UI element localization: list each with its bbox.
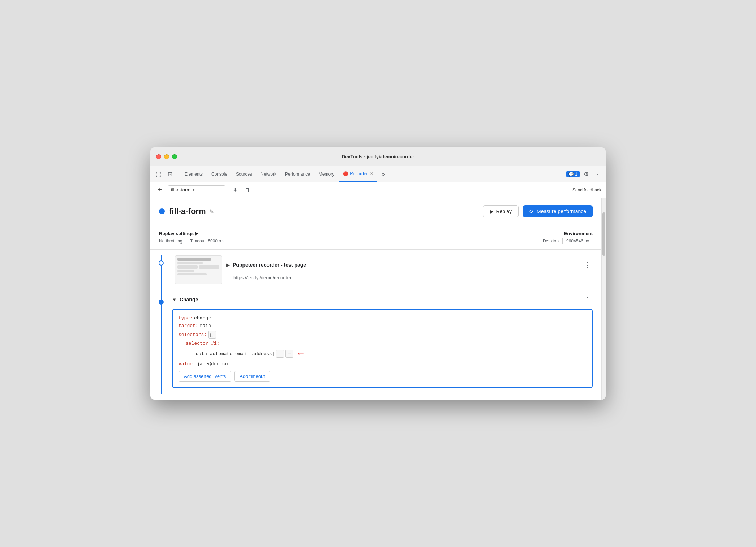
code-type-key: type: [179, 315, 193, 321]
recording-selector[interactable]: fill-a-form ▾ [168, 185, 225, 194]
tab-bar-left: ⬚ ⊡ Elements Console Sources Network Per… [153, 166, 388, 182]
env-size-label: 960×546 px [562, 238, 593, 244]
tab-elements[interactable]: Elements [181, 166, 206, 182]
thumb-line-2 [177, 262, 203, 264]
tab-memory[interactable]: Memory [315, 166, 338, 182]
tab-recorder[interactable]: 🔴 Recorder ✕ [339, 166, 377, 182]
step-navigate: ▶ Puppeteer recorder - test page ⋮ https… [172, 255, 593, 284]
chat-badge[interactable]: 💬 1 [566, 171, 580, 177]
code-selector1-val-line: [data-automate=email-address] + − ← [179, 348, 586, 359]
code-selector1-line: selector #1: [179, 341, 586, 346]
thumbnail-mockup [175, 256, 222, 284]
chat-icon: 💬 [568, 172, 574, 177]
timeout-label: Timeout: 5000 ms [186, 238, 228, 244]
add-selector-button[interactable]: + [276, 350, 284, 358]
steps-content: ▶ Puppeteer recorder - test page ⋮ https… [172, 255, 601, 394]
thumb-line-pair [177, 265, 219, 269]
add-asserted-events-button[interactable]: Add assertedEvents [179, 371, 231, 382]
thumb-line-4 [177, 273, 207, 275]
measure-performance-button[interactable]: ⟳ Measure performance [523, 205, 593, 217]
environment-title: Environment [543, 231, 593, 236]
more-tabs-button[interactable]: » [378, 169, 388, 179]
step-change-header: ▼ Change ⋮ [172, 290, 593, 309]
thumb-line-3 [177, 270, 194, 272]
env-values: Desktop 960×546 px [543, 238, 593, 244]
tab-bar-right: 💬 1 ⚙ ⋮ [566, 169, 603, 179]
titlebar: DevTools - jec.fyi/demo/recorder [150, 147, 606, 166]
scrollbar-thumb[interactable] [602, 212, 605, 256]
tab-bar: ⬚ ⊡ Elements Console Sources Network Per… [150, 166, 606, 182]
code-selector1-val: [data-automate=email-address] [193, 351, 275, 357]
tab-divider [178, 171, 178, 178]
recording-status-dot [159, 208, 165, 214]
header-actions: ▶ Replay ⟳ Measure performance [483, 205, 593, 217]
code-selector1-key: selector #1: [186, 341, 220, 346]
add-timeout-button[interactable]: Add timeout [234, 371, 270, 382]
no-throttling-label: No throttling [159, 238, 186, 244]
replay-button[interactable]: ▶ Replay [483, 205, 519, 217]
add-recording-button[interactable]: + [155, 185, 165, 195]
download-recording-button[interactable]: ⬇ [230, 185, 240, 195]
settings-section: Replay settings ▶ No throttling Timeout:… [150, 225, 601, 250]
code-selectors-line: selectors: ⬚ [179, 331, 586, 339]
recording-name-label: fill-a-form [169, 207, 206, 216]
expand-step1-icon[interactable]: ▶ [226, 262, 230, 268]
cursor-icon[interactable]: ⬚ [153, 169, 163, 179]
recorder-toolbar: + fill-a-form ▾ ⬇ 🗑 Send feedback [150, 182, 606, 198]
fullscreen-button[interactable] [172, 154, 177, 159]
play-icon: ▶ [490, 208, 494, 214]
code-block: type: change target: main selectors: ⬚ [172, 309, 593, 388]
code-target-line: target: main [179, 323, 586, 328]
step2-title: Change [180, 297, 198, 302]
devtools-window: DevTools - jec.fyi/demo/recorder ⬚ ⊡ Ele… [150, 147, 606, 400]
timeline-dot-1 [159, 260, 164, 266]
tab-sources[interactable]: Sources [232, 166, 255, 182]
expand-step2-icon[interactable]: ▼ [172, 297, 177, 302]
timeline-dot-2 [159, 300, 164, 305]
replay-settings-title: Replay settings ▶ [159, 231, 543, 236]
step-change: ▼ Change ⋮ type: change [172, 290, 593, 388]
send-feedback-link[interactable]: Send feedback [572, 188, 601, 193]
devtools-body: ⬚ ⊡ Elements Console Sources Network Per… [150, 166, 606, 400]
close-recorder-tab[interactable]: ✕ [370, 171, 373, 176]
action-buttons: Add assertedEvents Add timeout [179, 371, 586, 382]
tab-performance[interactable]: Performance [282, 166, 314, 182]
expand-settings-arrow[interactable]: ▶ [195, 231, 198, 236]
scroll-area: fill-a-form ✎ ▶ Replay ⟳ Measure perform… [150, 198, 606, 400]
selector-icon-button[interactable]: ⬚ [208, 331, 216, 339]
remove-selector-button[interactable]: − [285, 350, 293, 358]
close-button[interactable] [156, 154, 161, 159]
thumb-line-1 [177, 258, 211, 261]
step1-title: Puppeteer recorder - test page [233, 262, 306, 268]
settings-left: Replay settings ▶ No throttling Timeout:… [159, 231, 543, 244]
settings-icon[interactable]: ⚙ [581, 169, 591, 179]
step2-more-button[interactable]: ⋮ [583, 294, 593, 305]
tab-network[interactable]: Network [257, 166, 280, 182]
code-target-val: main [200, 323, 211, 328]
toolbar-actions: ⬇ 🗑 [230, 185, 253, 195]
code-value-val: jane@doe.co [197, 361, 228, 367]
delete-recording-button[interactable]: 🗑 [243, 185, 253, 195]
measure-icon: ⟳ [529, 208, 534, 214]
code-target-key: target: [179, 323, 198, 328]
maximize-icon[interactable]: ⊡ [165, 169, 175, 179]
step-navigate-row: ▶ Puppeteer recorder - test page ⋮ https… [172, 255, 593, 284]
timeline-line [161, 255, 162, 394]
timeline-column [150, 255, 172, 394]
code-selectors-key: selectors: [179, 332, 207, 337]
edit-name-icon[interactable]: ✎ [209, 208, 214, 215]
steps-area: ▶ Puppeteer recorder - test page ⋮ https… [150, 250, 601, 400]
step-navigate-details: ▶ Puppeteer recorder - test page ⋮ https… [226, 255, 593, 284]
settings-values: No throttling Timeout: 5000 ms [159, 238, 543, 244]
scrollbar-track [601, 198, 606, 400]
recorder-tab-icon: 🔴 [343, 171, 348, 176]
tab-console[interactable]: Console [208, 166, 231, 182]
more-options-icon[interactable]: ⋮ [593, 169, 603, 179]
env-type-label: Desktop [543, 238, 562, 244]
minimize-button[interactable] [164, 154, 169, 159]
step1-url: https://jec.fyi/demo/recorder [226, 275, 593, 280]
step-navigate-header: ▶ Puppeteer recorder - test page ⋮ [226, 255, 593, 274]
content-area: fill-a-form ✎ ▶ Replay ⟳ Measure perform… [150, 198, 601, 400]
step1-more-button[interactable]: ⋮ [583, 260, 593, 270]
code-type-val: change [194, 315, 211, 321]
